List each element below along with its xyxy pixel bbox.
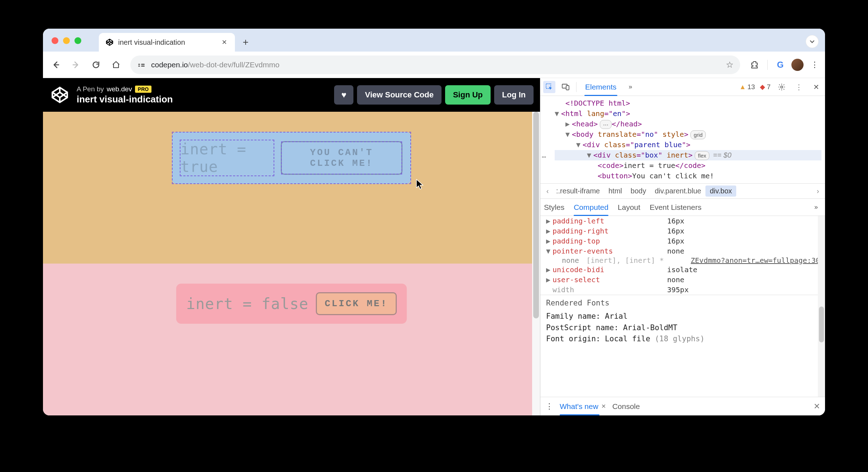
more-tabs-icon[interactable]: »: [625, 83, 636, 91]
home-button[interactable]: [107, 56, 125, 73]
drawer-menu-icon[interactable]: ⋮: [545, 402, 553, 411]
pen-byline: A Pen by web.dev PRO: [77, 85, 173, 93]
inspect-element-icon[interactable]: [543, 81, 555, 93]
result-iframe: inert = true You can't click me! inert =…: [43, 112, 540, 415]
parent-blue: inert = true You can't click me!: [43, 112, 540, 264]
codepen-favicon-icon: [105, 38, 114, 47]
pen-title: inert visual-indication: [77, 94, 173, 105]
tabs-container: inert visual-indication ✕ +: [99, 29, 253, 52]
device-toolbar-icon[interactable]: [560, 81, 572, 93]
result-grid: inert = true You can't click me! inert =…: [43, 112, 540, 415]
selected-dom-node[interactable]: ▼<div class="box" inert>flex== $0: [555, 150, 821, 160]
cant-click-button: You can't click me!: [281, 141, 402, 175]
forward-button[interactable]: [67, 56, 85, 73]
computed-styles-pane[interactable]: ▶padding-left16px ▶padding-right16px ▶pa…: [540, 216, 825, 397]
svg-rect-4: [141, 64, 145, 65]
codepen-actions: ♥ View Source Code Sign Up Log In: [334, 85, 534, 105]
window-fullscreen-button[interactable]: [74, 37, 81, 44]
breadcrumb-next-icon[interactable]: ›: [814, 187, 822, 195]
devtools-drawer: ⋮ What's new ✕ Console ✕: [540, 397, 825, 415]
view-source-button[interactable]: View Source Code: [357, 85, 442, 105]
issues-badge[interactable]: ◆7: [760, 83, 771, 91]
new-tab-button[interactable]: +: [238, 35, 253, 49]
box-inert-false: inert = false Click me!: [176, 284, 407, 324]
breadcrumb-prev-icon[interactable]: ‹: [543, 187, 552, 195]
content-row: A Pen by web.dev PRO inert visual-indica…: [43, 78, 825, 415]
page-scroll-thumb[interactable]: [533, 112, 539, 318]
svg-rect-2: [138, 64, 140, 65]
drawer-close-icon[interactable]: ✕: [814, 402, 820, 411]
breadcrumb-item[interactable]: :.result-iframe: [552, 186, 604, 197]
tab-strip: inert visual-indication ✕ +: [43, 29, 825, 52]
devtools-top-bar: Elements » ▲13 ◆7 ⋮ ✕: [540, 78, 825, 96]
devtools-close-icon[interactable]: ✕: [810, 81, 822, 93]
svg-rect-3: [138, 66, 140, 67]
breadcrumb-item[interactable]: html: [604, 186, 626, 197]
breadcrumb-item[interactable]: div.parent.blue: [650, 186, 705, 197]
styles-tab-bar: Styles Computed Layout Event Listeners »: [540, 199, 825, 216]
devtools-panel: Elements » ▲13 ◆7 ⋮ ✕ ⋯ <!DOCTYPE html> …: [540, 78, 825, 415]
font-postscript-row: PostScript name: Arial-BoldMT: [546, 322, 819, 334]
sign-up-button[interactable]: Sign Up: [445, 85, 491, 105]
svg-rect-5: [141, 66, 145, 67]
rendered-fonts-title: Rendered Fonts: [546, 299, 819, 307]
event-listeners-tab[interactable]: Event Listeners: [650, 199, 701, 216]
pen-author-link[interactable]: web.dev: [107, 85, 132, 93]
elements-tab[interactable]: Elements: [581, 78, 621, 96]
computed-scroll-thumb[interactable]: [819, 307, 824, 342]
window-controls: [52, 37, 81, 44]
more-style-tabs-icon[interactable]: »: [811, 203, 821, 211]
svg-rect-8: [566, 86, 569, 90]
font-origin-row: Font origin: Local file (18 glyphs): [546, 333, 819, 345]
tab-close-button[interactable]: ✕: [220, 37, 228, 48]
browser-window: inert visual-indication ✕ + codepen.: [43, 29, 825, 415]
back-button[interactable]: [47, 56, 64, 73]
close-whats-new-icon[interactable]: ✕: [601, 403, 606, 410]
styles-tab[interactable]: Styles: [544, 199, 564, 216]
browser-toolbar: codepen.io/web-dot-dev/full/ZEvdmmo ☆ G …: [43, 52, 825, 78]
heart-icon: ♥: [341, 90, 346, 100]
console-tab[interactable]: Console: [612, 397, 640, 415]
elements-tree[interactable]: ⋯ <!DOCTYPE html> ▼<html lang="en"> ▶<he…: [540, 96, 825, 184]
parent-pink: inert = false Click me!: [43, 264, 540, 415]
click-me-button[interactable]: Click me!: [316, 292, 397, 315]
url-text: codepen.io/web-dot-dev/full/ZEvdmmo: [151, 61, 279, 69]
breadcrumb-item-active[interactable]: div.box: [705, 186, 736, 197]
chrome-menu-icon[interactable]: ⋮: [809, 59, 821, 71]
site-info-icon[interactable]: [137, 61, 146, 68]
inert-false-label: inert = false: [186, 295, 309, 313]
warnings-badge[interactable]: ▲13: [739, 83, 755, 91]
love-button[interactable]: ♥: [334, 85, 353, 105]
layout-tab[interactable]: Layout: [618, 199, 640, 216]
dom-breadcrumb: ‹ :.result-iframe html body div.parent.b…: [540, 184, 825, 199]
codepen-logo-icon[interactable]: [49, 85, 70, 105]
extensions-area: G ⋮: [746, 59, 821, 71]
page-scrollbar[interactable]: [532, 112, 540, 415]
tree-overflow-icon[interactable]: ⋯: [542, 152, 546, 162]
codepen-header: A Pen by web.dev PRO inert visual-indica…: [43, 78, 540, 112]
pen-meta: A Pen by web.dev PRO inert visual-indica…: [77, 85, 173, 105]
computed-tab[interactable]: Computed: [574, 199, 608, 216]
profile-avatar[interactable]: [791, 59, 804, 71]
breadcrumb-item[interactable]: body: [626, 186, 650, 197]
bookmark-star-icon[interactable]: ☆: [726, 60, 734, 70]
devtools-menu-icon[interactable]: ⋮: [793, 81, 805, 93]
window-minimize-button[interactable]: [63, 37, 70, 44]
tab-search-button[interactable]: [806, 35, 819, 48]
window-close-button[interactable]: [52, 37, 58, 44]
pro-badge: PRO: [135, 86, 151, 93]
whats-new-tab[interactable]: What's new ✕: [560, 397, 606, 415]
google-apps-icon[interactable]: G: [774, 59, 786, 71]
svg-point-9: [781, 86, 783, 88]
log-in-button[interactable]: Log In: [494, 85, 534, 105]
tab-title: inert visual-indication: [118, 38, 185, 47]
reload-button[interactable]: [87, 56, 105, 73]
browser-tab[interactable]: inert visual-indication ✕: [99, 33, 235, 52]
page-area: A Pen by web.dev PRO inert visual-indica…: [43, 78, 540, 415]
toolbar-divider: [767, 60, 768, 70]
address-bar[interactable]: codepen.io/web-dot-dev/full/ZEvdmmo ☆: [130, 56, 740, 74]
rendered-fonts-section: Rendered Fonts Family name: Arial PostSc…: [540, 295, 825, 350]
settings-gear-icon[interactable]: [776, 81, 788, 93]
extensions-icon[interactable]: [749, 59, 761, 71]
computed-scrollbar[interactable]: [818, 216, 825, 397]
